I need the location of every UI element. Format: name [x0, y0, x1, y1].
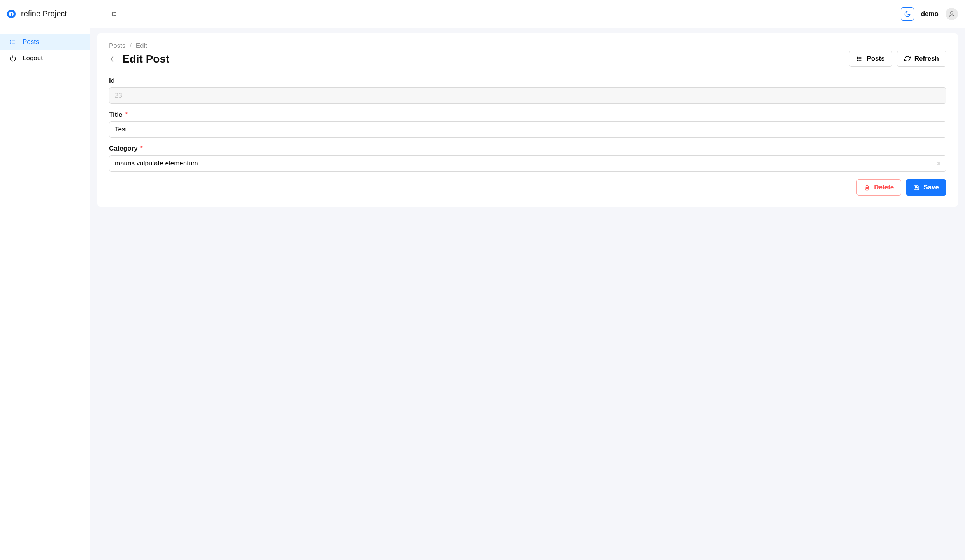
collapse-icon [110, 10, 118, 18]
list-icon [856, 56, 863, 62]
sidebar-item-logout[interactable]: Logout [0, 50, 90, 66]
id-label: Id [109, 77, 946, 85]
svg-point-8 [10, 42, 11, 42]
category-select[interactable] [109, 155, 946, 172]
svg-point-15 [857, 57, 858, 57]
required-mark: * [125, 111, 128, 118]
brand-name: refine Project [21, 9, 67, 18]
trash-icon [864, 184, 870, 191]
header-right: demo [901, 7, 958, 21]
title-field[interactable] [109, 121, 946, 138]
header-actions: Posts Refresh [849, 51, 946, 67]
save-button[interactable]: Save [906, 179, 946, 196]
header-left: refine Project [7, 8, 120, 20]
form-footer: Delete Save [109, 179, 946, 196]
breadcrumb-separator: / [130, 42, 132, 49]
refine-logo-icon [7, 10, 16, 18]
user-name: demo [921, 10, 939, 18]
posts-list-button-label: Posts [867, 55, 884, 63]
back-button[interactable] [109, 55, 118, 63]
breadcrumb: Posts / Edit [109, 42, 169, 50]
category-field[interactable] [109, 155, 946, 172]
refresh-icon [904, 56, 911, 62]
user-icon [948, 10, 955, 18]
required-mark: * [140, 145, 143, 152]
sidebar-item-label: Posts [23, 38, 39, 46]
svg-point-7 [10, 40, 11, 41]
theme-toggle-button[interactable] [901, 7, 914, 21]
refresh-button-label: Refresh [914, 55, 939, 63]
list-icon [9, 38, 16, 46]
svg-point-3 [951, 12, 953, 14]
sidebar-item-posts[interactable]: Posts [0, 34, 90, 50]
form-group-category: Category * [109, 145, 946, 172]
sidebar: Posts Logout [0, 28, 90, 560]
content-area: Posts / Edit Edit Post Posts [90, 28, 965, 560]
sidebar-item-label: Logout [23, 54, 43, 62]
layout: Posts Logout Posts / Edit [0, 28, 965, 560]
form-group-title: Title * [109, 111, 946, 138]
posts-list-button[interactable]: Posts [849, 51, 892, 67]
page-title: Edit Post [122, 53, 169, 65]
category-label-text: Category [109, 145, 138, 152]
id-field [109, 88, 946, 104]
save-button-label: Save [923, 184, 939, 191]
svg-point-17 [857, 60, 858, 60]
title-label: Title * [109, 111, 946, 119]
breadcrumb-current: Edit [136, 42, 147, 49]
sidebar-collapse-button[interactable] [107, 8, 120, 20]
breadcrumb-root[interactable]: Posts [109, 42, 126, 49]
power-icon [9, 55, 16, 62]
svg-point-9 [10, 44, 11, 44]
clear-icon[interactable] [936, 161, 942, 166]
title-label-text: Title [109, 111, 123, 118]
delete-button[interactable]: Delete [856, 179, 901, 196]
refresh-button[interactable]: Refresh [897, 51, 946, 67]
form-group-id: Id [109, 77, 946, 104]
moon-icon [904, 10, 911, 18]
svg-point-16 [857, 58, 858, 59]
edit-card: Posts / Edit Edit Post Posts [97, 33, 958, 206]
arrow-left-icon [109, 55, 118, 63]
avatar[interactable] [946, 8, 958, 20]
delete-button-label: Delete [874, 184, 894, 191]
save-icon [913, 184, 919, 191]
app-header: refine Project demo [0, 0, 965, 28]
category-label: Category * [109, 145, 946, 152]
